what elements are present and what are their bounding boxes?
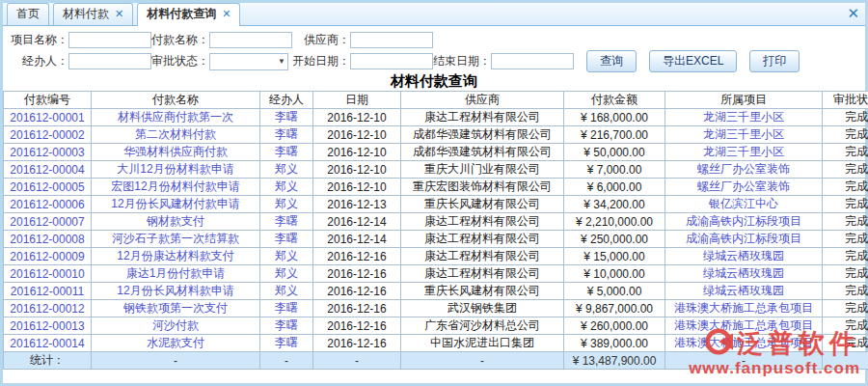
cell-payment-no[interactable]: 201612-00010 [4,265,92,283]
cell-payment-name[interactable]: 宏图12月份材料付款申请 [92,179,260,196]
cell-payment-no[interactable]: 201612-00007 [4,213,92,231]
cell-operator[interactable]: 李曙 [260,109,313,126]
cell-payment-name[interactable]: 12月份长风建材付款申请 [92,196,260,213]
panel-close-icon[interactable]: ✕ [847,6,859,20]
cell-supplier: 成都华强建筑材料有限公司 [401,126,564,144]
cell-project[interactable]: 绿城云栖玫瑰园 [665,248,823,265]
cell-operator[interactable]: 郑义 [260,179,313,196]
cell-project[interactable]: 成渝高铁内江标段项目 [665,213,823,231]
cell-payment-name[interactable]: 12月份长风材料款申请 [92,283,260,300]
cell-payment-no[interactable]: 201612-00011 [4,283,92,300]
cell-payment-no[interactable]: 201612-00003 [4,144,92,161]
cell-payment-name[interactable]: 大川12月份材料款申请 [92,161,260,179]
cell-project[interactable]: 银亿滨江中心 [665,196,823,213]
cell-payment-name[interactable]: 第二次材料付款 [92,126,260,144]
cell-payment-no[interactable]: 201612-00014 [4,335,92,352]
cell-operator[interactable]: 郑义 [260,248,313,265]
cell-operator[interactable]: 李曙 [260,231,313,248]
end-date-input[interactable] [491,53,574,69]
cell-project[interactable]: 螺丝厂办公室装饰 [665,179,823,196]
cell-operator[interactable]: 李曙 [260,300,313,317]
cell-payment-no[interactable]: 201612-00005 [4,179,92,196]
cell-operator[interactable]: 郑义 [260,196,313,213]
col-header-payment-name: 付款名称 [92,92,260,109]
cell-project[interactable]: 港珠澳大桥施工总承包项目 [665,300,823,317]
cell-date: 2016-12-10 [313,161,401,179]
export-excel-button[interactable]: 导出EXCEL [649,50,737,72]
chevron-down-icon: ▼ [278,58,285,66]
cell-project[interactable]: 龙湖三千里小区 [665,109,823,126]
operator-input[interactable] [68,53,151,69]
cell-payment-name[interactable]: 河沙石子款第一次结算款 [92,231,260,248]
cell-payment-no[interactable]: 201612-00012 [4,300,92,317]
cell-status: 完成 [823,196,868,213]
cell-payment-name[interactable]: 康达1月份付款申请 [92,265,260,283]
filter-row-2: 经办人： 审批状态： ▼ 开始日期： 结束日期： 查询 导出EXCEL 打印 [11,51,857,71]
cell-project[interactable]: 螺丝厂办公室装饰 [665,161,823,179]
tab-material-payment-query[interactable]: 材料付款查询 ✕ [137,3,240,26]
cell-payment-name[interactable]: 河沙付款 [92,317,260,335]
tab-material-payment[interactable]: 材料付款 ✕ [53,3,133,25]
cell-supplier: 康达工程材料有限公司 [401,213,564,231]
cell-status: 完成 [823,213,868,231]
cell-operator[interactable]: 李曙 [260,335,313,352]
supplier-input[interactable] [350,32,433,48]
cell-date: 2016-12-10 [313,126,401,144]
cell-status: 完成 [823,109,868,126]
cell-project[interactable]: 龙湖三千里小区 [665,126,823,144]
tab-home[interactable]: 首页 [7,3,49,25]
print-button[interactable]: 打印 [749,50,800,72]
cell-operator[interactable]: 郑义 [260,283,313,300]
project-name-input[interactable] [68,32,151,48]
cell-payment-name[interactable]: 水泥款支付 [92,335,260,352]
cell-date: 2016-12-14 [313,231,401,248]
payment-name-label: 付款名称： [151,32,209,48]
cell-payment-no[interactable]: 201612-00004 [4,161,92,179]
cell-project[interactable]: 港珠澳大桥施工总承包项目 [665,317,823,335]
cell-operator[interactable]: 郑义 [260,265,313,283]
cell-operator[interactable]: 李曙 [260,213,313,231]
cell-operator[interactable]: 李曙 [260,126,313,144]
table-row: 201612-00012钢铁款项第一次支付李曙2016-12-16武汉钢铁集团¥… [4,300,868,317]
cell-payment-no[interactable]: 201612-00006 [4,196,92,213]
cell-status: 完成 [823,179,868,196]
stats-cell-status [823,352,868,370]
cell-operator[interactable]: 郑义 [260,161,313,179]
cell-payment-name[interactable]: 钢材款支付 [92,213,260,231]
cell-payment-name[interactable]: 12月份康达材料款支付 [92,248,260,265]
cell-payment-no[interactable]: 201612-00001 [4,109,92,126]
approval-status-select[interactable]: ▼ [209,53,288,70]
stats-cell-payment-no: 统计： [4,352,92,370]
cell-operator[interactable]: 李曙 [260,317,313,335]
cell-operator[interactable]: 李曙 [260,144,313,161]
cell-payment-no[interactable]: 201612-00009 [4,248,92,265]
cell-amount: ¥ 2,210,000.00 [564,213,665,231]
cell-payment-no[interactable]: 201612-00008 [4,231,92,248]
cell-payment-name[interactable]: 钢铁款项第一次支付 [92,300,260,317]
cell-payment-name[interactable]: 材料供应商付款第一次 [92,109,260,126]
cell-payment-no[interactable]: 201612-00002 [4,126,92,144]
payment-name-input[interactable] [209,32,292,48]
cell-date: 2016-12-10 [313,179,401,196]
cell-project[interactable]: 成渝高铁内江标段项目 [665,231,823,248]
cell-payment-no[interactable]: 201612-00013 [4,317,92,335]
table-row: 201612-00004大川12月份材料款申请郑义2016-12-10重庆大川门… [4,161,868,179]
cell-project[interactable]: 港珠澳大桥施工总承包项目 [665,335,823,352]
table-row: 201612-00013河沙付款李曙2016-12-16广东省河沙材料总公司¥ … [4,317,868,335]
cell-date: 2016-12-13 [313,196,401,213]
close-icon[interactable]: ✕ [115,9,123,19]
cell-date: 2016-12-10 [313,144,401,161]
payments-table: 付款编号 付款名称 经办人 日期 供应商 付款金额 所属项目 审批状态 2016… [3,91,868,370]
cell-date: 2016-12-10 [313,109,401,126]
stats-cell-payment-name: - [92,352,260,370]
start-date-input[interactable] [350,53,433,69]
close-icon[interactable]: ✕ [222,9,231,19]
cell-project[interactable]: 龙湖三千里小区 [665,144,823,161]
cell-amount: ¥ 6,000.00 [564,179,665,196]
query-button[interactable]: 查询 [586,50,637,72]
cell-payment-name[interactable]: 华强材料供应商付款 [92,144,260,161]
cell-supplier: 成都华强建筑材料有限公司 [401,144,564,161]
cell-project[interactable]: 绿城云栖玫瑰园 [665,283,823,300]
cell-date: 2016-12-16 [313,300,401,317]
cell-project[interactable]: 绿城云栖玫瑰园 [665,265,823,283]
